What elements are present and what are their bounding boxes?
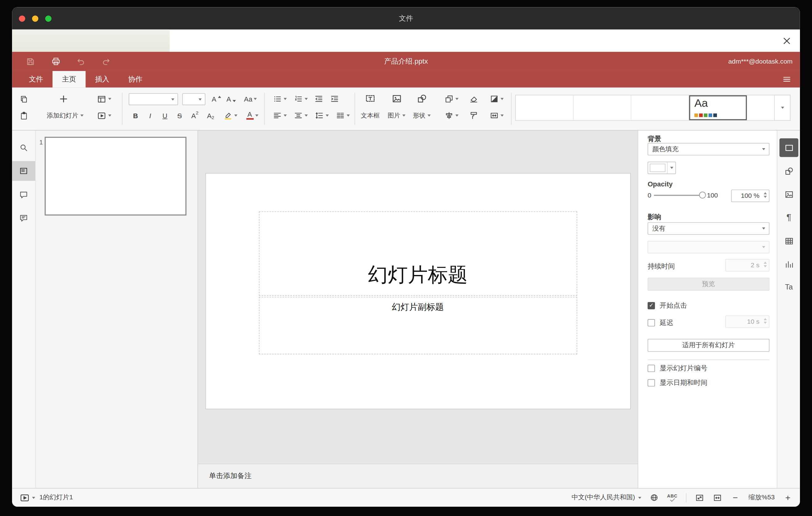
copy-style-button[interactable] <box>466 109 482 122</box>
start-slideshow-button[interactable] <box>92 109 116 122</box>
text-art-settings-icon[interactable]: Ta <box>779 278 798 296</box>
image-settings-icon[interactable] <box>779 185 798 203</box>
line-spacing-button[interactable] <box>312 109 332 122</box>
chat-icon[interactable] <box>12 208 35 228</box>
text-box-icon[interactable] <box>361 91 380 106</box>
font-size-select[interactable] <box>182 93 205 105</box>
theme-thumbnail-3[interactable] <box>631 95 689 120</box>
highlight-color-button[interactable] <box>220 109 240 122</box>
increase-indent-button[interactable] <box>327 92 342 106</box>
eraser-button[interactable] <box>466 92 482 106</box>
delay-row[interactable]: 延迟 <box>647 318 673 327</box>
horizontal-align-button[interactable] <box>269 109 289 122</box>
canvas-column: 幻灯片标题 幻灯片副标题 单击添加备注 <box>198 131 638 488</box>
shape-button[interactable]: 形状 <box>408 109 436 122</box>
print-button[interactable] <box>48 54 63 68</box>
image-icon[interactable] <box>389 91 404 106</box>
add-slide-button[interactable]: 添加幻灯片 <box>41 109 89 122</box>
background-color-picker[interactable] <box>647 162 676 174</box>
italic-button[interactable]: I <box>143 109 157 122</box>
theme-gallery-expand-button[interactable] <box>775 95 790 121</box>
slide-size-button[interactable] <box>486 109 507 122</box>
opacity-slider[interactable] <box>654 195 704 196</box>
start-slideshow-status-button[interactable] <box>20 492 35 503</box>
undo-button[interactable] <box>73 54 89 68</box>
tab-home[interactable]: 主页 <box>53 71 85 88</box>
zoom-out-button[interactable]: − <box>730 493 740 502</box>
change-case-button[interactable]: Aa <box>240 92 261 106</box>
slide[interactable]: 幻灯片标题 幻灯片副标题 <box>206 173 630 409</box>
start-on-click-checkbox[interactable] <box>647 302 655 310</box>
opacity-value-input[interactable]: 100 % <box>731 190 770 202</box>
align-objects-button[interactable] <box>440 109 462 122</box>
notes-area[interactable]: 单击添加备注 <box>198 463 638 488</box>
tab-collaboration[interactable]: 协作 <box>119 71 152 88</box>
table-settings-icon[interactable] <box>779 231 798 250</box>
apply-to-all-slides-button[interactable]: 适用于所有幻灯片 <box>647 339 770 352</box>
paragraph-settings-icon[interactable]: ¶ <box>779 208 798 227</box>
title-placeholder[interactable]: 幻灯片标题 <box>259 211 577 296</box>
shape-settings-icon[interactable] <box>779 162 798 180</box>
image-button[interactable]: 图片 <box>383 109 410 122</box>
bullet-list-button[interactable] <box>269 92 289 106</box>
comments-icon[interactable] <box>12 185 35 205</box>
search-icon[interactable] <box>12 138 35 158</box>
slide-settings-icon[interactable] <box>779 138 798 157</box>
language-selector[interactable]: 中文(中华人民共和国) <box>572 493 641 502</box>
effect-select[interactable]: 没有 <box>647 222 770 234</box>
numbered-list-button[interactable] <box>290 92 310 106</box>
delay-checkbox[interactable] <box>647 319 655 326</box>
fit-width-icon[interactable] <box>713 493 722 502</box>
chart-settings-icon[interactable] <box>779 255 798 274</box>
subscript-button[interactable]: A2 <box>203 109 218 122</box>
hamburger-menu-icon[interactable] <box>778 71 796 88</box>
theme-thumbnail-2[interactable] <box>574 95 631 120</box>
start-on-click-row[interactable]: 开始点击 <box>647 301 687 310</box>
slide-thumbnail[interactable] <box>45 137 187 216</box>
shape-icon[interactable] <box>414 91 429 106</box>
show-slide-number-row[interactable]: 显示幻灯片编号 <box>647 364 707 373</box>
editor-canvas[interactable]: 幻灯片标题 幻灯片副标题 <box>198 131 638 463</box>
slide-background-button[interactable] <box>486 92 507 106</box>
zoom-level[interactable]: 缩放%53 <box>749 493 775 502</box>
add-slide-icon[interactable] <box>55 91 72 107</box>
document-language-icon[interactable] <box>650 493 659 502</box>
decrease-indent-button[interactable] <box>312 92 326 106</box>
columns-button[interactable] <box>332 109 353 122</box>
paste-button[interactable] <box>17 109 30 122</box>
underline-button[interactable]: U <box>158 109 172 122</box>
opacity-slider-handle[interactable] <box>699 192 706 198</box>
font-color-button[interactable]: A <box>242 109 262 122</box>
save-button[interactable] <box>23 54 38 68</box>
close-icon[interactable] <box>781 34 793 47</box>
tab-insert[interactable]: 插入 <box>86 71 119 88</box>
fit-slide-icon[interactable] <box>695 493 704 502</box>
show-date-time-row[interactable]: 显示日期和时间 <box>647 378 707 387</box>
tab-file[interactable]: 文件 <box>20 71 53 88</box>
background-label: 背景 <box>647 134 661 144</box>
redo-button[interactable] <box>98 54 114 68</box>
spellcheck-icon[interactable]: ABC <box>667 493 677 502</box>
text-box-button[interactable]: 文本框 <box>356 109 385 122</box>
theme-thumbnail-5[interactable] <box>747 95 774 120</box>
opacity-spinner[interactable] <box>763 192 767 198</box>
theme-thumbnail-selected[interactable]: Aa <box>689 95 747 120</box>
slides-panel-icon[interactable] <box>12 161 35 181</box>
document-title: 产品介绍.pptx <box>12 57 800 66</box>
font-name-select[interactable] <box>129 93 178 105</box>
increase-font-button[interactable]: A <box>209 92 223 106</box>
bold-button[interactable]: B <box>129 109 142 122</box>
theme-thumbnail-1[interactable] <box>516 95 574 120</box>
arrange-button[interactable] <box>440 92 462 106</box>
strikethrough-button[interactable]: S <box>173 109 186 122</box>
vertical-align-button[interactable] <box>290 109 310 122</box>
copy-button[interactable] <box>17 92 30 106</box>
zoom-in-button[interactable]: + <box>783 493 792 502</box>
slide-layout-button[interactable] <box>92 92 116 106</box>
decrease-font-button[interactable]: A <box>224 92 238 106</box>
show-date-time-checkbox[interactable] <box>647 379 655 387</box>
superscript-button[interactable]: A2 <box>187 109 202 122</box>
subtitle-placeholder[interactable]: 幻灯片副标题 <box>259 297 577 354</box>
background-fill-select[interactable]: 颜色填充 <box>647 143 770 155</box>
show-slide-number-checkbox[interactable] <box>647 365 655 372</box>
